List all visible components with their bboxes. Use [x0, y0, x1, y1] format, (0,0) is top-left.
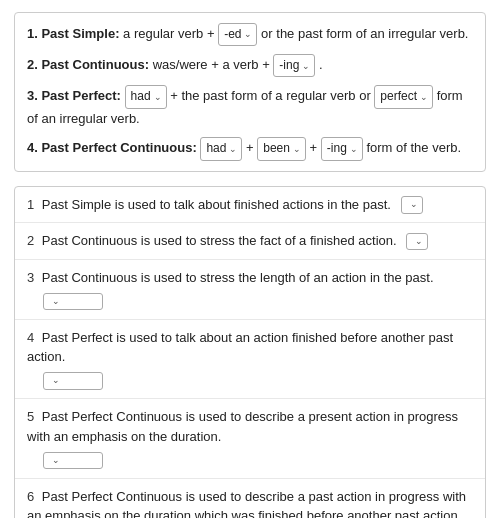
- chevron-down-icon: ⌄: [229, 142, 237, 156]
- label-4: 4. Past Perfect Continuous:: [27, 140, 197, 155]
- row-text-5: Past Perfect Continuous is used to descr…: [27, 409, 458, 444]
- chevron-down-icon: ⌄: [293, 142, 301, 156]
- text-1b: or the past form of an irregular verb.: [261, 26, 468, 41]
- match-select-1[interactable]: ⌄: [401, 196, 423, 214]
- label-1: 1. Past Simple:: [27, 26, 119, 41]
- select-2-ing[interactable]: -ing ⌄: [273, 54, 315, 77]
- select-4-had[interactable]: had ⌄: [200, 137, 242, 160]
- select-value: perfect: [380, 87, 417, 106]
- match-row-1: 1 Past Simple is used to talk about fini…: [15, 187, 485, 224]
- chevron-down-icon: ⌄: [420, 90, 428, 104]
- row-num-1: 1: [27, 197, 34, 212]
- chevron-down-icon: ⌄: [302, 59, 310, 73]
- chevron-down-icon: ⌄: [154, 90, 162, 104]
- text-4d: form of the verb.: [366, 140, 461, 155]
- match-select-3[interactable]: ⌄: [43, 293, 103, 311]
- item-past-perfect-continuous: 4. Past Perfect Continuous: had ⌄ + been…: [27, 137, 473, 160]
- row-text-6: Past Perfect Continuous is used to descr…: [27, 489, 466, 518]
- match-row-4: 4 Past Perfect is used to talk about an …: [15, 320, 485, 400]
- match-select-2[interactable]: ⌄: [406, 233, 428, 251]
- item-past-simple: 1. Past Simple: a regular verb + -ed ⌄ o…: [27, 23, 473, 46]
- text-4b: +: [246, 140, 257, 155]
- chevron-down-icon: ⌄: [52, 454, 60, 468]
- select-value: -ing: [327, 139, 347, 158]
- chevron-down-icon: ⌄: [244, 27, 252, 41]
- row-text-1: Past Simple is used to talk about finish…: [42, 197, 391, 212]
- row-num-5: 5: [27, 409, 34, 424]
- select-value: -ed: [224, 25, 241, 44]
- select-4-ing[interactable]: -ing ⌄: [321, 137, 363, 160]
- text-3b: + the past form of a regular verb or: [170, 88, 374, 103]
- item-past-perfect: 3. Past Perfect: had ⌄ + the past form o…: [27, 85, 473, 129]
- chevron-down-icon: ⌄: [52, 374, 60, 388]
- match-select-5[interactable]: ⌄: [43, 452, 103, 470]
- select-value: been: [263, 139, 290, 158]
- label-3: 3. Past Perfect:: [27, 88, 121, 103]
- match-select-4[interactable]: ⌄: [43, 372, 103, 390]
- item-past-continuous: 2. Past Continuous: was/were + a verb + …: [27, 54, 473, 77]
- select-4-been[interactable]: been ⌄: [257, 137, 306, 160]
- top-section: 1. Past Simple: a regular verb + -ed ⌄ o…: [14, 12, 486, 172]
- row-num-4: 4: [27, 330, 34, 345]
- row-text-2: Past Continuous is used to stress the fa…: [42, 233, 397, 248]
- match-row-2: 2 Past Continuous is used to stress the …: [15, 223, 485, 260]
- select-3-perfect[interactable]: perfect ⌄: [374, 85, 433, 108]
- text-2b: .: [319, 57, 323, 72]
- row-num-3: 3: [27, 270, 34, 285]
- row-num-2: 2: [27, 233, 34, 248]
- select-3-had[interactable]: had ⌄: [125, 85, 167, 108]
- label-2: 2. Past Continuous:: [27, 57, 149, 72]
- text-2a: was/were + a verb +: [153, 57, 274, 72]
- match-row-3: 3 Past Continuous is used to stress the …: [15, 260, 485, 320]
- chevron-down-icon: ⌄: [350, 142, 358, 156]
- text-4c: +: [310, 140, 321, 155]
- chevron-down-icon: ⌄: [415, 235, 423, 249]
- row-num-6: 6: [27, 489, 34, 504]
- match-row-6: 6 Past Perfect Continuous is used to des…: [15, 479, 485, 518]
- text-1a: a regular verb +: [123, 26, 218, 41]
- match-row-5: 5 Past Perfect Continuous is used to des…: [15, 399, 485, 479]
- chevron-down-icon: ⌄: [410, 198, 418, 212]
- select-1-ed[interactable]: -ed ⌄: [218, 23, 257, 46]
- chevron-down-icon: ⌄: [52, 295, 60, 309]
- select-value: had: [206, 139, 226, 158]
- bottom-section: 1 Past Simple is used to talk about fini…: [14, 186, 486, 518]
- row-text-4: Past Perfect is used to talk about an ac…: [27, 330, 453, 365]
- select-value: had: [131, 87, 151, 106]
- select-value: -ing: [279, 56, 299, 75]
- row-text-3: Past Continuous is used to stress the le…: [42, 270, 434, 285]
